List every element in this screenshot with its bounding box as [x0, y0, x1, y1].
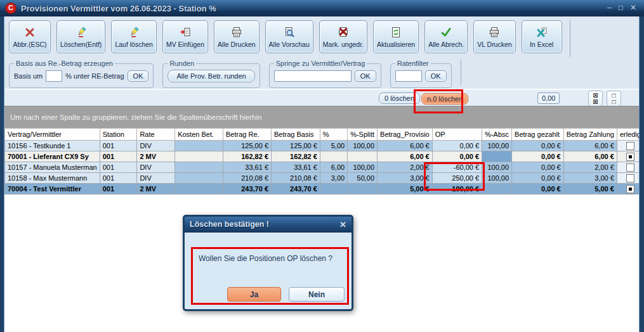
n-zero-loeschen-button[interactable]: n.0 löschen	[421, 93, 468, 105]
cell	[348, 151, 378, 162]
unter-re-betrag-label: % unter RE-Betrag	[65, 72, 124, 80]
divider	[461, 60, 461, 85]
toolbar-button-in-excel[interactable]: In Excel	[522, 20, 562, 53]
dialog-close-icon[interactable]: ✕	[339, 220, 346, 229]
column-header-vertrag-vermittler[interactable]: Vertrag/Vermittler	[5, 129, 100, 141]
erledigt-checkbox[interactable]	[626, 174, 634, 182]
column-header-kosten-bet-[interactable]: Kosten Bet.	[175, 129, 223, 141]
table-row[interactable]: 10157 - Manuela Musterman001DIV33,61 €33…	[5, 162, 644, 173]
eraser-pencil-icon	[76, 25, 87, 39]
erledigt-checkbox[interactable]	[626, 153, 634, 161]
ratenfilter-input[interactable]	[395, 70, 422, 82]
cell: 210,08 €	[272, 173, 320, 184]
column-header-betrag-gezahlt[interactable]: Betrag gezahlt	[512, 129, 564, 141]
select-all-checkbox-icon[interactable]: ⊠⊠	[588, 91, 603, 106]
toolbar-button-alle-abrech-[interactable]: Alle Abrech.	[424, 20, 468, 53]
dialog-message: Wollen Sie die Positionen OP löschen ?	[199, 254, 332, 263]
toolbar-button-löschen-entf-[interactable]: Löschen(Entf)	[56, 20, 105, 53]
dialog-title: Löschen bestätigen !	[185, 220, 269, 229]
cell: -60,00 €	[432, 162, 482, 173]
window-title: Provisionen Vermittler vom 26.06.2023 - …	[21, 4, 216, 13]
column-header-%-absc[interactable]: %-Absc	[482, 129, 512, 141]
group-by-bar[interactable]: Um nach einer Spalte zu gruppieren, zieh…	[4, 106, 640, 128]
excel-icon	[536, 25, 548, 39]
column-header-%-splitt[interactable]: %-Splitt	[348, 129, 378, 141]
ratenfilter-ok-button[interactable]: OK	[425, 70, 447, 82]
cell: 001	[100, 141, 137, 151]
column-header-op[interactable]: OP	[432, 129, 482, 141]
filter-row: Basis aus Re.-Betrag erzeugen Basis um %…	[4, 58, 640, 89]
cell: DIV	[137, 162, 175, 173]
column-header-betrag-zahlung[interactable]: Betrag Zahlung	[563, 129, 617, 141]
cell	[175, 151, 223, 162]
ratenfilter-group-legend: Ratenfilter	[395, 60, 431, 67]
maximize-icon[interactable]: □	[619, 3, 623, 12]
column-header-betrag-basis[interactable]: Betrag Basis	[272, 129, 320, 141]
springe-ok-button[interactable]: OK	[355, 70, 376, 82]
erledigt-checkbox[interactable]	[626, 185, 634, 193]
erledigt-checkbox[interactable]	[626, 163, 634, 172]
cell: 162,82 €	[223, 151, 272, 162]
deselect-all-checkbox-icon[interactable]: □□	[607, 91, 621, 106]
ja-button[interactable]: Ja	[227, 287, 281, 302]
basis-percent-input[interactable]	[46, 70, 62, 82]
cell: 70004 - Test Vermittler	[5, 184, 100, 195]
cell: 001	[100, 184, 137, 195]
printer-cancel-icon	[338, 25, 349, 39]
table-row[interactable]: 70001 - Lieferant CX9 Sy0012 MV162,82 €1…	[5, 151, 644, 162]
table-row[interactable]: 10158 - Max Mustermann001DIV210,08 €210,…	[5, 173, 644, 184]
cell: 001	[100, 162, 137, 173]
column-header-station[interactable]: Station	[100, 129, 137, 141]
toolbar-button-label: Alle Abrech.	[428, 41, 464, 48]
toolbar-button-lauf-löschen[interactable]: Lauf löschen	[111, 20, 157, 53]
cell: 5,00 €	[378, 184, 433, 195]
basis-um-label: Basis um	[14, 72, 43, 80]
dialog-title-bar: Löschen bestätigen ! ✕	[185, 217, 352, 233]
springe-input[interactable]	[274, 70, 352, 82]
toolbar-button-alle-vorschau[interactable]: Alle Vorschau	[265, 20, 313, 53]
cell: 6,00 €	[378, 151, 433, 162]
zero-loeschen-button[interactable]: 0 löschen	[379, 93, 420, 104]
table-row[interactable]: 10156 - Testkunde 1001DIV125,00 €125,00 …	[5, 141, 644, 151]
cell	[175, 173, 223, 184]
toolbar-button-label: Mark. ungedr.	[323, 41, 364, 48]
divider	[570, 20, 570, 57]
toolbar-button-abbr-esc-[interactable]: Abbr.(ESC)	[9, 20, 51, 53]
toolbar-button-mv-einfügen[interactable]: MV Einfügen	[162, 20, 208, 53]
toolbar-button-label: Abbr.(ESC)	[13, 41, 46, 48]
cell	[175, 162, 223, 173]
erledigt-checkbox[interactable]	[626, 142, 634, 150]
basis-ok-button[interactable]: OK	[128, 70, 149, 82]
toolbar-button-vl-drucken[interactable]: VL Drucken	[473, 20, 515, 53]
cell: 6,00 €	[563, 141, 617, 151]
cell: 33,61 €	[272, 162, 320, 173]
column-header-betrag-re-[interactable]: Betrag Re.	[223, 129, 272, 141]
cell: 3,00 €	[378, 173, 433, 184]
cell: 250,00 €	[432, 173, 482, 184]
alle-prov-runden-button[interactable]: Alle Prov. Betr. runden	[168, 70, 254, 82]
amount-display: 0,00	[537, 93, 560, 104]
cell: 50,00	[348, 173, 378, 184]
cell: 0,00 €	[512, 173, 564, 184]
cell: 001	[100, 151, 137, 162]
column-header-%[interactable]: %	[320, 129, 347, 141]
cell: 0,00 €	[512, 141, 564, 151]
cell: 6,00 €	[378, 141, 433, 151]
cell: 100,00	[482, 173, 512, 184]
toolbar-button-aktualisieren[interactable]: Aktualisieren	[373, 20, 419, 53]
cell: 162,82 €	[272, 151, 320, 162]
app-window: C Provisionen Vermittler vom 26.06.2023 …	[0, 0, 644, 332]
cell: 100,00	[482, 162, 512, 173]
window-border-right	[639, 16, 644, 332]
cell	[348, 184, 378, 195]
table-row[interactable]: 70004 - Test Vermittler0012 MV243,70 €24…	[5, 184, 644, 195]
column-header-rate[interactable]: Rate	[137, 129, 175, 141]
minimize-icon[interactable]: –	[607, 3, 612, 12]
cell: 10158 - Max Mustermann	[5, 173, 100, 184]
toolbar-button-alle-drucken[interactable]: Alle Drucken	[214, 20, 260, 53]
close-icon[interactable]: ✕	[630, 3, 636, 12]
column-header-betrag-provisio[interactable]: Betrag_Provisio	[378, 129, 433, 141]
cell	[175, 141, 223, 151]
nein-button[interactable]: Nein	[289, 287, 345, 302]
toolbar-button-mark-ungedr-[interactable]: Mark. ungedr.	[319, 20, 367, 53]
